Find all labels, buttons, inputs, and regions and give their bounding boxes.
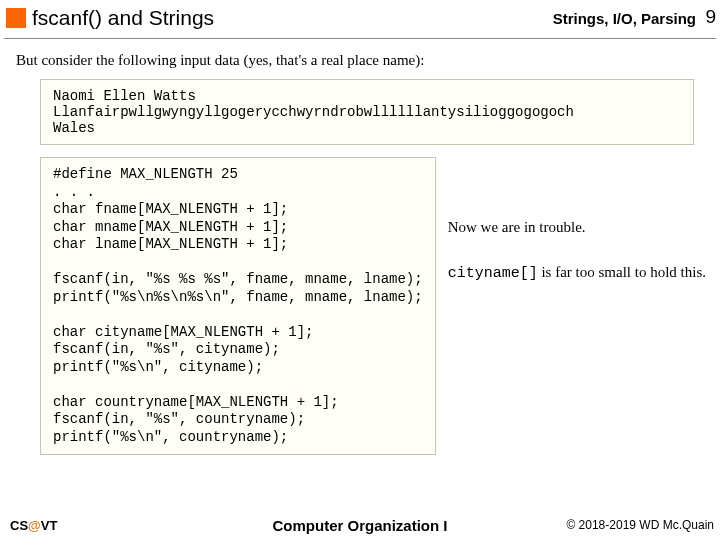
cityname-tail: is far too small to hold this. [538, 264, 706, 280]
code-row: #define MAX_NLENGTH 25 . . . char fname[… [40, 157, 710, 455]
note-column: Now we are in trouble. cityname[] is far… [448, 157, 710, 455]
section-label: Strings, I/O, Parsing [553, 10, 696, 27]
footer-right: © 2018-2019 WD Mc.Quain [566, 518, 714, 532]
accent-square [6, 8, 26, 28]
code-column: #define MAX_NLENGTH 25 . . . char fname[… [40, 157, 436, 455]
code-box: #define MAX_NLENGTH 25 . . . char fname[… [40, 157, 436, 455]
intro-text: But consider the following input data (y… [16, 52, 710, 69]
note-cityname: cityname[] is far too small to hold this… [448, 264, 710, 282]
input-data-box: Naomi Ellen Watts Llanfairpwllgwyngyllgo… [40, 79, 694, 145]
note-trouble: Now we are in trouble. [448, 219, 710, 236]
at-icon: @ [28, 518, 41, 533]
slide-body: But consider the following input data (y… [10, 48, 710, 510]
footer-left-post: VT [41, 518, 58, 533]
divider [4, 38, 716, 39]
footer-left: CS@VT [10, 518, 57, 533]
cityname-token: cityname[] [448, 265, 538, 282]
footer-left-pre: CS [10, 518, 28, 533]
slide: fscanf() and Strings Strings, I/O, Parsi… [0, 0, 720, 540]
slide-title: fscanf() and Strings [32, 6, 214, 30]
footer: CS@VT Computer Organization I © 2018-201… [0, 514, 720, 536]
page-number: 9 [705, 6, 716, 28]
